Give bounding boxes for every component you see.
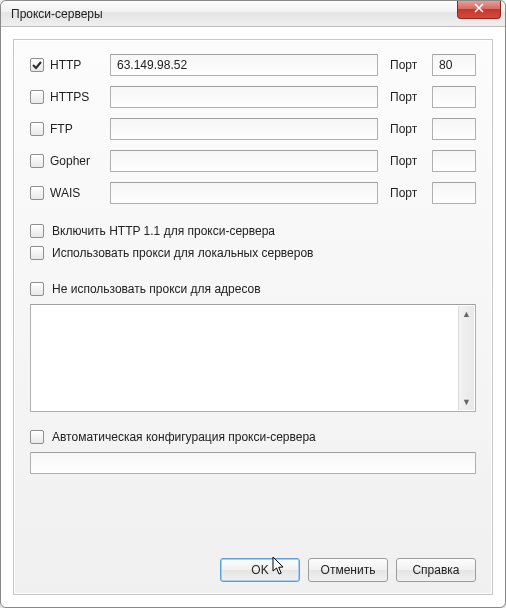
cancel-button[interactable]: Отменить xyxy=(308,558,388,582)
ftp-label: FTP xyxy=(50,122,104,136)
http11-checkbox[interactable] xyxy=(30,224,44,238)
ftp-checkbox[interactable] xyxy=(30,122,44,136)
proxy-row-wais: WAIS Порт xyxy=(30,182,476,204)
http-server-input[interactable] xyxy=(110,54,378,76)
opt-http11: Включить HTTP 1.1 для прокси-сервера xyxy=(30,224,476,238)
https-label: HTTPS xyxy=(50,90,104,104)
titlebar[interactable]: Прокси-серверы xyxy=(1,1,505,27)
ftp-server-input[interactable] xyxy=(110,118,378,140)
button-row: OK Отменить Справка xyxy=(220,558,476,582)
https-server-input[interactable] xyxy=(110,86,378,108)
wais-port-input[interactable] xyxy=(432,182,476,204)
close-icon xyxy=(474,2,484,16)
autoconf-label: Автоматическая конфигурация прокси-серве… xyxy=(52,430,316,444)
inner-panel: HTTP Порт HTTPS Порт FTP Порт xyxy=(13,39,493,595)
exclude-area: ▲ ▼ xyxy=(30,304,476,412)
port-label: Порт xyxy=(390,186,426,200)
wais-label: WAIS xyxy=(50,186,104,200)
close-button[interactable] xyxy=(457,0,501,19)
opt-autoconf: Автоматическая конфигурация прокси-серве… xyxy=(30,430,476,444)
scroll-up-icon[interactable]: ▲ xyxy=(459,306,474,322)
content-wrap: HTTP Порт HTTPS Порт FTP Порт xyxy=(1,27,505,607)
scroll-down-icon[interactable]: ▼ xyxy=(459,394,474,410)
autoconf-url-input[interactable] xyxy=(30,452,476,474)
http11-label: Включить HTTP 1.1 для прокси-сервера xyxy=(52,224,275,238)
http-checkbox[interactable] xyxy=(30,58,44,72)
http-port-input[interactable] xyxy=(432,54,476,76)
https-checkbox[interactable] xyxy=(30,90,44,104)
proxy-dialog: Прокси-серверы HTTP Порт HTTPS xyxy=(0,0,506,608)
exclude-label: Не использовать прокси для адресов xyxy=(52,282,261,296)
port-label: Порт xyxy=(390,90,426,104)
autoconf-checkbox[interactable] xyxy=(30,430,44,444)
gopher-port-input[interactable] xyxy=(432,150,476,172)
exclude-textarea[interactable]: ▲ ▼ xyxy=(30,304,476,412)
port-label: Порт xyxy=(390,154,426,168)
local-label: Использовать прокси для локальных сервер… xyxy=(52,246,314,260)
ok-button[interactable]: OK xyxy=(220,558,300,582)
gopher-checkbox[interactable] xyxy=(30,154,44,168)
opt-local: Использовать прокси для локальных сервер… xyxy=(30,246,476,260)
proxy-row-ftp: FTP Порт xyxy=(30,118,476,140)
opt-exclude: Не использовать прокси для адресов xyxy=(30,282,476,296)
port-label: Порт xyxy=(390,58,426,72)
wais-checkbox[interactable] xyxy=(30,186,44,200)
exclude-checkbox[interactable] xyxy=(30,282,44,296)
wais-server-input[interactable] xyxy=(110,182,378,204)
gopher-label: Gopher xyxy=(50,154,104,168)
gopher-server-input[interactable] xyxy=(110,150,378,172)
help-button[interactable]: Справка xyxy=(396,558,476,582)
scrollbar[interactable]: ▲ ▼ xyxy=(458,306,474,410)
proxy-row-http: HTTP Порт xyxy=(30,54,476,76)
proxy-row-gopher: Gopher Порт xyxy=(30,150,476,172)
proxy-row-https: HTTPS Порт xyxy=(30,86,476,108)
http-label: HTTP xyxy=(50,58,104,72)
port-label: Порт xyxy=(390,122,426,136)
https-port-input[interactable] xyxy=(432,86,476,108)
window-title: Прокси-серверы xyxy=(11,7,103,21)
local-checkbox[interactable] xyxy=(30,246,44,260)
ftp-port-input[interactable] xyxy=(432,118,476,140)
cursor-icon xyxy=(272,556,286,576)
check-icon xyxy=(32,60,42,70)
